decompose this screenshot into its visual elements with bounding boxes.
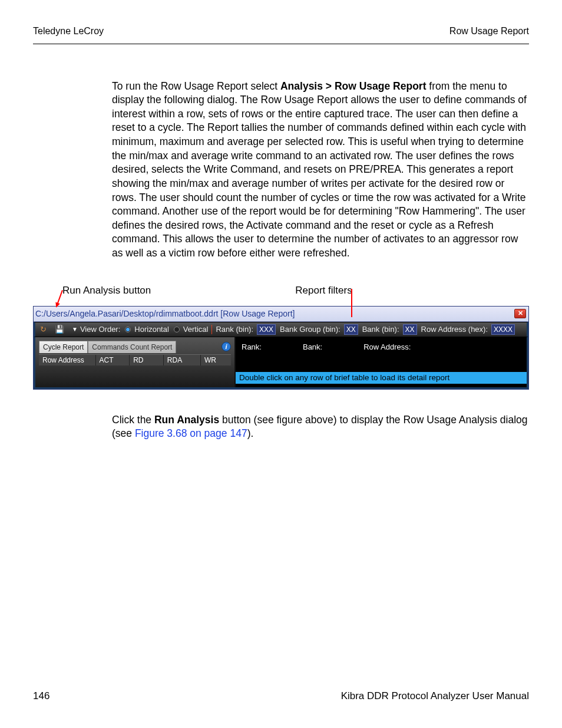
vertical-label: Vertical (183, 324, 209, 335)
tabs-row: Cycle Report Commands Count Report i (39, 341, 231, 353)
window-titlebar: C:/Users/Angela.Pasari/Desktop/rdimmatbo… (34, 307, 528, 322)
page-header: Teledyne LeCroy Row Usage Report (0, 0, 562, 41)
bankgroup-input[interactable]: XX (344, 324, 358, 335)
header-left: Teledyne LeCroy (33, 25, 104, 38)
rowaddr-input[interactable]: XXXX (491, 324, 515, 335)
col-wr[interactable]: WR (201, 355, 231, 365)
close-icon[interactable]: ✕ (514, 309, 526, 318)
horizontal-radio[interactable] (125, 327, 131, 332)
figure-ref-link[interactable]: Figure 3.68 on page 147 (135, 427, 247, 439)
column-headers: Row Address ACT RD RDA WR (39, 354, 231, 365)
menu-path: Analysis > Row Usage Report (280, 80, 427, 92)
toolbar: ↻ 💾 ▼ View Order: Horizontal Vertical Ra… (34, 322, 528, 337)
page-number: 146 (33, 690, 49, 703)
header-rule (33, 44, 529, 44)
rp-rank: Rank: (242, 342, 262, 353)
rank-label: Rank (bin): (216, 324, 253, 335)
rp-bank: Bank: (303, 342, 322, 353)
tab-commands-count[interactable]: Commands Count Report (88, 341, 176, 353)
para1a: To run the Row Usage Report select (112, 80, 280, 92)
bank-input[interactable]: XX (403, 324, 417, 335)
view-order-label: View Order: (80, 324, 120, 335)
dropdown-icon[interactable]: ▼ (72, 325, 78, 334)
left-panel: Cycle Report Commands Count Report i Row… (35, 337, 236, 387)
hint-bar: Double click on any row of brief table t… (236, 372, 527, 384)
bankgroup-label: Bank Group (bin): (280, 324, 340, 335)
manual-title: Kibra DDR Protocol Analyzer User Manual (341, 690, 529, 703)
annotation-report-filters: Report filters (295, 284, 352, 298)
col-rda[interactable]: RDA (164, 355, 201, 365)
annotation-line-2 (351, 289, 352, 317)
page-footer: 146 Kibra DDR Protocol Analyzer User Man… (33, 690, 529, 703)
run-analysis-icon[interactable]: ↻ (38, 324, 48, 335)
row-usage-report-window: C:/Users/Angela.Pasari/Desktop/rdimmatbo… (33, 306, 529, 390)
rank-input[interactable]: XXX (257, 324, 276, 335)
rp-rowaddr: Row Address: (363, 342, 411, 353)
header-right: Row Usage Report (449, 25, 529, 38)
vertical-radio[interactable] (174, 327, 180, 332)
lower-a: Click the (112, 414, 154, 426)
figure-annotations: Run Analysis button Report filters (33, 284, 529, 298)
info-icon[interactable]: i (222, 342, 231, 351)
lower-c: ). (247, 427, 254, 439)
horizontal-label: Horizontal (134, 324, 169, 335)
para1b: from the menu to display the following d… (112, 80, 527, 259)
right-panel: Rank: Bank: Row Address: Double click on… (236, 337, 527, 387)
save-icon[interactable]: 💾 (54, 324, 65, 335)
lower-paragraph: Click the Run Analysis button (see figur… (112, 413, 529, 441)
run-analysis-bold: Run Analysis (154, 414, 219, 426)
right-panel-headers: Rank: Bank: Row Address: (236, 337, 527, 357)
annotation-run-analysis: Run Analysis button (62, 284, 151, 298)
col-rowaddr[interactable]: Row Address (39, 355, 96, 365)
rowaddr-label: Row Address (hex): (421, 324, 488, 335)
panels: Cycle Report Commands Count Report i Row… (34, 337, 528, 389)
separator-icon (211, 325, 212, 334)
intro-paragraph: To run the Row Usage Report select Analy… (112, 80, 529, 261)
col-act[interactable]: ACT (96, 355, 130, 365)
tab-cycle-report[interactable]: Cycle Report (39, 341, 88, 353)
window-title: C:/Users/Angela.Pasari/Desktop/rdimmatbo… (35, 308, 295, 319)
col-rd[interactable]: RD (130, 355, 164, 365)
bank-label: Bank (bin): (362, 324, 399, 335)
